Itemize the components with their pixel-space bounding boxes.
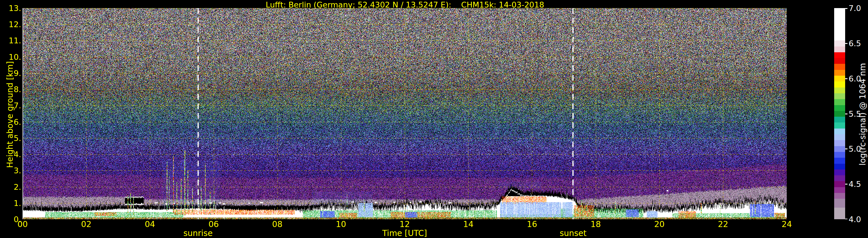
colorbar-tick-label: 7.0 [848,4,868,12]
colorbar-canvas [834,8,847,219]
x-tick-label: 22 [712,220,735,229]
y-tick-label: 7. [1,102,21,109]
colorbar-tick-label: 4.0 [848,215,868,223]
y-tick-label: 2. [1,183,21,191]
x-tick-label: 12 [393,220,416,229]
x-tick-label: 10 [330,220,352,229]
y-tick-label: 8. [1,86,21,93]
x-tick-label: 14 [457,220,480,229]
y-tick-label: 6. [1,118,21,126]
y-tick-label: 4. [1,150,21,158]
x-axis-title: Time [UTC] [347,229,463,238]
colorbar-tick-label: 6.5 [848,40,868,47]
x-tick-label: 20 [648,220,671,229]
sunrise-label: sunrise [155,229,242,238]
sunset-label: sunset [530,229,616,238]
y-tick-label: 1. [1,199,21,207]
y-tick-label: 9. [1,69,21,77]
x-tick-label: 24 [775,220,798,229]
x-tick-label: 02 [74,220,98,229]
x-tick-label: 06 [202,220,225,229]
y-tick-label: 5. [1,134,21,142]
y-tick-label: 11. [1,37,21,44]
y-tick-label: 3. [1,167,21,174]
y-tick-label: 13. [1,4,21,12]
x-tick-label: 08 [266,220,289,229]
y-tick-label: 12. [1,21,21,28]
x-tick-label: 04 [138,220,161,229]
colorbar-tick-label: 4.5 [848,180,868,188]
backscatter-heatmap-canvas [23,8,787,219]
y-tick-label: 10. [1,53,21,61]
x-tick-label: 16 [520,220,544,229]
ceilometer-quicklook-figure: Lufft: Berlin (Germany; 52.4302 N / 13.5… [0,0,868,238]
x-tick-label: 18 [584,220,608,229]
x-tick-label: 00 [11,220,34,229]
colorbar-title: log(rc-signal) @ 1064 nm [858,57,867,172]
